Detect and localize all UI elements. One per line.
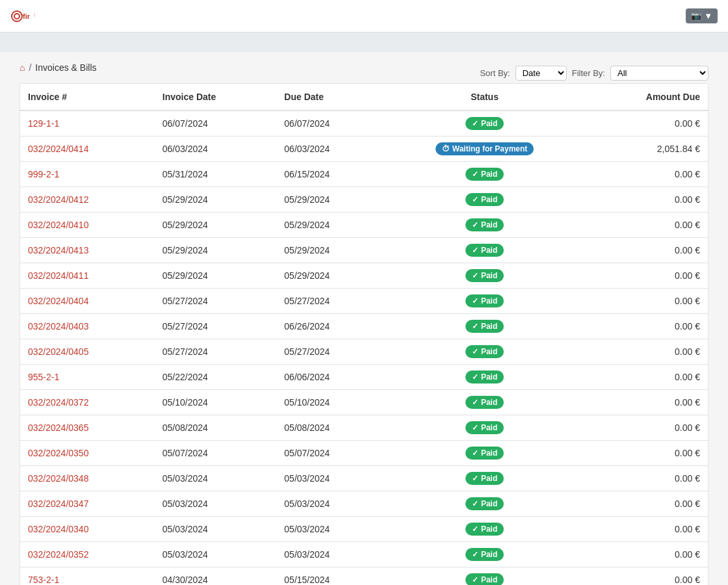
col-status: Status: [384, 84, 585, 110]
main-content: ⌂ / Invoices & Bills Sort By: Date Amoun…: [0, 52, 728, 585]
status-cell: ✓ Paid: [384, 466, 585, 491]
amount-cell: 0.00 €: [585, 567, 708, 586]
logo: fir :: [10, 3, 36, 29]
amount-cell: 0.00 €: [585, 390, 708, 415]
due-date-cell: 05/29/2024: [276, 263, 384, 289]
table-row: 032/2024/041205/29/202405/29/2024✓ Paid0…: [20, 187, 708, 213]
invoice-date-cell: 06/07/2024: [155, 110, 277, 136]
invoice-date-cell: 05/03/2024: [155, 542, 277, 567]
invoice-link[interactable]: 032/2024/0350: [28, 448, 88, 458]
status-badge: ✓ Paid: [465, 193, 504, 206]
svg-text::: :: [34, 12, 35, 17]
status-cell: ✓ Paid: [384, 390, 585, 415]
status-cell: ✓ Paid: [384, 567, 585, 586]
table-row: 032/2024/040505/27/202405/27/2024✓ Paid0…: [20, 339, 708, 365]
invoice-link[interactable]: 032/2024/0412: [28, 194, 88, 205]
col-amount-due: Amount Due: [585, 84, 708, 110]
amount-cell: 0.00 €: [585, 314, 708, 339]
amount-cell: 0.00 €: [585, 339, 708, 365]
invoice-date-cell: 04/30/2024: [155, 567, 277, 586]
filter-select[interactable]: All Paid Waiting for Payment: [610, 66, 708, 81]
amount-cell: 0.00 €: [585, 289, 708, 314]
breadcrumb-current: Invoices & Bills: [35, 62, 96, 73]
check-icon: ✓: [472, 448, 478, 458]
due-date-cell: 05/08/2024: [276, 415, 384, 441]
table-row: 955-2-105/22/202406/06/2024✓ Paid0.00 €: [20, 365, 708, 390]
table-row: 032/2024/034705/03/202405/03/2024✓ Paid0…: [20, 491, 708, 517]
camera-icon: 📷: [691, 11, 701, 21]
amount-cell: 0.00 €: [585, 187, 708, 213]
status-badge: ⏱ Waiting for Payment: [436, 142, 534, 155]
due-date-cell: 05/03/2024: [276, 491, 384, 517]
sort-select[interactable]: Date Amount Status: [515, 66, 567, 81]
invoice-link[interactable]: 032/2024/0347: [28, 499, 88, 509]
due-date-cell: 06/07/2024: [276, 110, 384, 136]
clock-icon: ⏱: [442, 144, 450, 153]
svg-point-1: [14, 14, 20, 19]
table-row: 032/2024/034805/03/202405/03/2024✓ Paid0…: [20, 466, 708, 491]
amount-cell: 0.00 €: [585, 517, 708, 542]
invoice-link[interactable]: 032/2024/0403: [28, 321, 88, 332]
amount-cell: 0.00 €: [585, 263, 708, 289]
due-date-cell: 05/07/2024: [276, 441, 384, 466]
camera-button[interactable]: 📷 ▼: [686, 8, 718, 23]
status-badge: ✓ Paid: [465, 548, 504, 561]
status-badge: ✓ Paid: [465, 370, 504, 384]
status-cell: ✓ Paid: [384, 162, 585, 187]
status-cell: ✓ Paid: [384, 289, 585, 314]
home-icon[interactable]: ⌂: [20, 62, 25, 73]
table-row: 032/2024/035205/03/202405/03/2024✓ Paid0…: [20, 542, 708, 567]
due-date-cell: 05/03/2024: [276, 517, 384, 542]
amount-cell: 2,051.84 €: [585, 136, 708, 162]
invoice-link[interactable]: 032/2024/0404: [28, 296, 88, 306]
status-badge: ✓ Paid: [465, 320, 504, 333]
table-row: 032/2024/041406/03/202406/03/2024⏱ Waiti…: [20, 136, 708, 162]
invoice-date-cell: 05/29/2024: [155, 187, 277, 213]
status-cell: ⏱ Waiting for Payment: [384, 136, 585, 162]
invoice-link[interactable]: 032/2024/0405: [28, 346, 88, 357]
table-row: 032/2024/034005/03/202405/03/2024✓ Paid0…: [20, 517, 708, 542]
invoices-table-container: Invoice # Invoice Date Due Date Status A…: [20, 83, 708, 585]
col-invoice-num: Invoice #: [20, 84, 155, 110]
invoice-date-cell: 05/31/2024: [155, 162, 277, 187]
filter-label: Filter By:: [572, 68, 605, 78]
amount-cell: 0.00 €: [585, 542, 708, 567]
check-icon: ✓: [472, 195, 478, 204]
due-date-cell: 05/27/2024: [276, 339, 384, 365]
invoice-date-cell: 05/07/2024: [155, 441, 277, 466]
table-row: 032/2024/041005/29/202405/29/2024✓ Paid0…: [20, 213, 708, 238]
invoice-date-cell: 05/03/2024: [155, 466, 277, 491]
status-badge: ✓ Paid: [465, 396, 504, 409]
svg-text:fir: fir: [23, 12, 31, 20]
status-badge: ✓ Paid: [465, 244, 504, 257]
invoice-link[interactable]: 032/2024/0365: [28, 422, 88, 433]
invoice-link[interactable]: 955-2-1: [28, 372, 59, 382]
check-icon: ✓: [472, 550, 478, 559]
check-icon: ✓: [472, 423, 478, 432]
status-badge: ✓ Paid: [465, 472, 504, 485]
check-icon: ✓: [472, 347, 478, 356]
svg-point-0: [12, 11, 22, 21]
invoice-link[interactable]: 032/2024/0413: [28, 245, 88, 255]
status-cell: ✓ Paid: [384, 415, 585, 441]
invoice-link[interactable]: 032/2024/0410: [28, 220, 88, 230]
invoice-link[interactable]: 032/2024/0340: [28, 524, 88, 534]
status-cell: ✓ Paid: [384, 339, 585, 365]
invoice-link[interactable]: 129-1-1: [28, 118, 59, 129]
invoice-link[interactable]: 032/2024/0348: [28, 473, 88, 484]
invoice-date-cell: 06/03/2024: [155, 136, 277, 162]
invoice-link[interactable]: 999-2-1: [28, 169, 59, 179]
status-badge: ✓ Paid: [465, 168, 504, 181]
invoice-link[interactable]: 032/2024/0411: [28, 270, 88, 281]
invoice-date-cell: 05/27/2024: [155, 339, 277, 365]
due-date-cell: 05/03/2024: [276, 542, 384, 567]
invoice-date-cell: 05/29/2024: [155, 238, 277, 263]
status-badge: ✓ Paid: [465, 421, 504, 434]
amount-cell: 0.00 €: [585, 441, 708, 466]
status-badge: ✓ Paid: [465, 523, 504, 536]
invoice-link[interactable]: 753-2-1: [28, 575, 59, 585]
invoice-link[interactable]: 032/2024/0372: [28, 397, 88, 408]
invoice-link[interactable]: 032/2024/0414: [28, 144, 88, 154]
status-badge: ✓ Paid: [465, 447, 504, 460]
invoice-link[interactable]: 032/2024/0352: [28, 549, 88, 560]
